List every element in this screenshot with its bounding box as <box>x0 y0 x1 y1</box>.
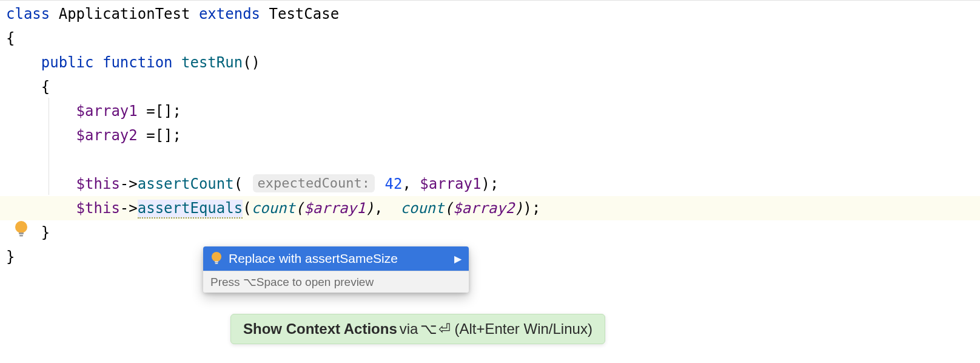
code-line: $this->assertCount( expectedCount: 42, $… <box>0 172 980 196</box>
keyword-function: function <box>102 54 173 71</box>
call-assertequals-warning[interactable]: assertEquals <box>138 200 243 219</box>
assign-empty: =[]; <box>138 127 181 144</box>
code-line: $array2 =[]; <box>0 123 980 148</box>
param-hint-expectedcount: expectedCount: <box>253 174 375 192</box>
svg-point-0 <box>15 221 27 233</box>
semicolon: ; <box>532 200 540 217</box>
comma: , <box>374 200 392 217</box>
code-line: { <box>0 26 980 50</box>
paren-open: ( <box>243 200 251 217</box>
svg-rect-2 <box>19 235 23 237</box>
class-name: ApplicationTest <box>59 5 190 22</box>
indent-guide <box>49 98 49 195</box>
var-array2: $array2 <box>76 127 138 144</box>
assign-empty: =[]; <box>138 103 181 120</box>
banner-strong: Show Context Actions <box>243 321 397 338</box>
code-line: } <box>0 245 980 269</box>
intention-action-replace-assertsamesize[interactable]: Replace with assertSameSize ▶ <box>203 246 469 271</box>
arrow-op: -> <box>120 200 138 217</box>
keyword-class: class <box>6 5 50 22</box>
intention-action-label: Replace with assertSameSize <box>229 251 398 266</box>
svg-rect-1 <box>19 232 24 234</box>
intention-popup: Replace with assertSameSize ▶ Press ⌥Spa… <box>203 246 469 293</box>
parent-class: TestCase <box>269 5 340 22</box>
call-count-1: count <box>252 200 295 217</box>
keyword-public: public <box>41 54 94 71</box>
code-line: class ApplicationTest extends TestCase <box>0 2 980 26</box>
semicolon: ; <box>490 175 498 192</box>
arg-array2: $array2 <box>453 200 514 217</box>
brace-open: { <box>6 30 15 47</box>
brace-close: } <box>6 248 15 265</box>
call-assertcount: assertCount <box>138 175 234 192</box>
brace-close: } <box>41 224 50 241</box>
svg-rect-5 <box>215 263 218 264</box>
hint-banner: Show Context Actions via ⌥⏎ (Alt+Enter W… <box>230 314 605 344</box>
paren-close: ) <box>481 175 489 192</box>
comma: , <box>402 175 420 192</box>
code-line: } <box>0 220 980 245</box>
submenu-arrow-icon: ▶ <box>454 253 461 265</box>
call-count-2: count <box>400 200 444 217</box>
var-this: $this <box>76 175 120 192</box>
banner-via: via <box>400 321 418 338</box>
var-this: $this <box>76 200 120 217</box>
brace-open: { <box>41 78 50 95</box>
code-editor[interactable]: class ApplicationTest extends TestCase {… <box>0 0 980 363</box>
intention-preview-hint: Press ⌥Space to open preview <box>203 271 469 293</box>
arg-array1: $array1 <box>304 200 365 217</box>
code-line <box>0 148 980 172</box>
shortcut-mac: ⌥⏎ <box>420 321 452 338</box>
lightbulb-icon <box>210 251 223 266</box>
var-array1: $array1 <box>76 103 138 120</box>
svg-point-3 <box>212 252 221 262</box>
keyword-extends: extends <box>199 5 260 22</box>
code-line-caret: $this->assertEquals(count($array1), coun… <box>0 196 980 220</box>
code-line: { <box>0 75 980 99</box>
literal-42: 42 <box>385 175 403 192</box>
paren-close: ) <box>523 200 532 217</box>
function-name: testRun <box>181 54 243 71</box>
arg-array1: $array1 <box>420 175 481 192</box>
intention-bulb-icon[interactable] <box>13 220 30 237</box>
code-line: $array1 =[]; <box>0 99 980 123</box>
svg-rect-4 <box>215 261 218 263</box>
arrow-op: -> <box>120 175 138 192</box>
paren-open: ( <box>234 175 243 192</box>
fn-parens: () <box>243 54 260 71</box>
banner-alt-text: (Alt+Enter Win/Linux) <box>454 321 592 338</box>
code-line: public function testRun() <box>0 50 980 75</box>
